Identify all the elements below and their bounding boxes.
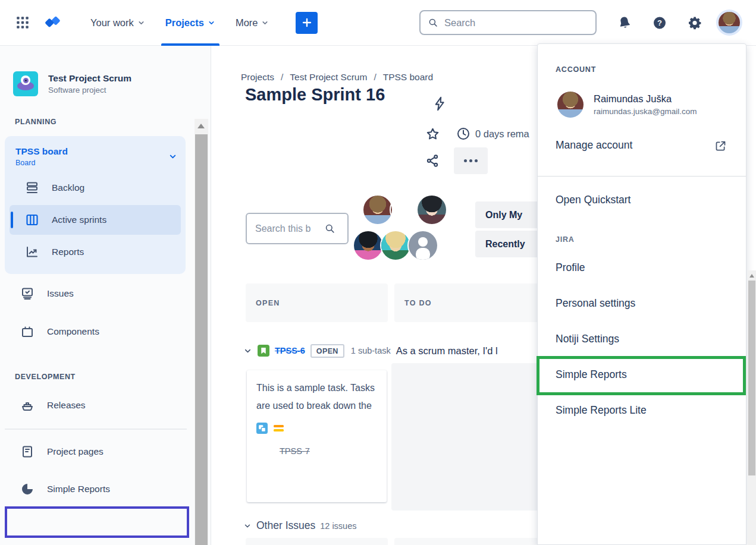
user-avatar-photo xyxy=(719,12,740,33)
sidebar-item-simple-reports[interactable]: Simple Reports xyxy=(0,474,211,504)
menu-item-notiji-settings[interactable]: Notiji Settings xyxy=(556,333,619,345)
subtask-icon xyxy=(256,423,268,434)
chevron-down-icon xyxy=(261,19,269,27)
development-section-header: DEVELOPMENT xyxy=(0,373,211,381)
card-footer: TPSS-7 xyxy=(256,443,377,459)
jira-logo-icon[interactable] xyxy=(43,14,61,31)
avatar-member-1[interactable] xyxy=(363,196,392,224)
components-icon xyxy=(20,325,34,339)
nav-projects[interactable]: Projects xyxy=(155,0,225,46)
backlog-icon xyxy=(25,181,39,195)
board-group-subtitle: Board xyxy=(15,159,68,167)
breadcrumb-project[interactable]: Test Project Scrum xyxy=(290,72,367,83)
primary-nav: Your work Projects More xyxy=(80,0,279,46)
sidebar-item-label: Project pages xyxy=(47,446,103,457)
settings-gear-icon[interactable] xyxy=(688,15,702,30)
help-icon[interactable]: ? xyxy=(653,15,667,30)
swimlane-header: TPSS-6 OPEN 1 sub-task As a scrum master… xyxy=(243,342,498,360)
notifications-bell-icon[interactable] xyxy=(616,14,633,31)
issue-card[interactable]: This is a sample task. Tasks are used to… xyxy=(247,370,387,502)
share-icon[interactable] xyxy=(425,153,440,168)
sidebar-item-label: Releases xyxy=(47,400,86,411)
board-switcher[interactable]: TPSS board Board xyxy=(5,141,186,173)
board-search-input[interactable] xyxy=(255,223,324,234)
scroll-up-arrow-icon[interactable] xyxy=(749,274,754,278)
chevron-down-icon[interactable] xyxy=(243,522,252,530)
user-avatar[interactable] xyxy=(716,10,742,36)
account-menu-panel: ACCOUNT Raimundas Juška raimundas.juska@… xyxy=(537,43,746,545)
menu-item-open-quickstart[interactable]: Open Quickstart xyxy=(556,194,630,206)
menu-item-personal-settings[interactable]: Personal settings xyxy=(556,297,635,310)
search-icon xyxy=(428,17,438,28)
breadcrumb-projects[interactable]: Projects xyxy=(241,72,274,83)
board-group: TPSS board Board Backlog Active sprints … xyxy=(5,136,186,274)
plus-icon xyxy=(300,16,313,29)
filter-label: Only My xyxy=(485,210,522,220)
sidebar-item-reports[interactable]: Reports xyxy=(5,237,186,267)
nav-your-work[interactable]: Your work xyxy=(80,0,155,46)
sprint-title: Sample Sprint 16 xyxy=(245,85,385,105)
breadcrumb-board[interactable]: TPSS board xyxy=(383,72,433,83)
sidebar-item-releases[interactable]: Releases xyxy=(0,390,211,420)
avatar-unassigned[interactable] xyxy=(409,231,437,260)
create-button[interactable] xyxy=(296,12,318,34)
issue-key-link[interactable]: TPSS-6 xyxy=(275,346,305,355)
column-area-open-next xyxy=(246,538,388,545)
menu-item-simple-reports-lite[interactable]: Simple Reports Lite xyxy=(556,404,647,417)
assignee-avatar[interactable] xyxy=(256,443,273,459)
sidebar-item-components[interactable]: Components xyxy=(0,317,211,346)
lightning-bolt-icon[interactable] xyxy=(432,96,448,112)
card-issue-key: TPSS-7 xyxy=(280,446,310,456)
sidebar-item-active-sprints[interactable]: Active sprints xyxy=(10,205,181,235)
breadcrumb-separator: / xyxy=(374,72,376,83)
scroll-up-arrow-icon[interactable] xyxy=(197,124,205,128)
external-link-icon xyxy=(714,140,727,152)
page-scrollbar-thumb[interactable] xyxy=(748,281,755,475)
sidebar-divider xyxy=(5,429,187,430)
sidebar-item-label: Issues xyxy=(47,288,74,299)
avatar-member-5[interactable] xyxy=(381,231,410,260)
status-lozenge: OPEN xyxy=(310,344,344,358)
avatar-member-4[interactable] xyxy=(354,231,382,260)
star-icon[interactable] xyxy=(425,127,440,141)
sidebar-item-label: Simple Reports xyxy=(47,484,110,494)
nav-your-work-label: Your work xyxy=(90,17,134,29)
menu-item-simple-reports[interactable]: Simple Reports xyxy=(556,368,627,381)
menu-item-manage-account[interactable]: Manage account xyxy=(556,139,632,152)
avatar-member-2[interactable] xyxy=(391,196,419,224)
app-switcher-icon[interactable] xyxy=(15,15,30,30)
sidebar-item-issues[interactable]: Issues xyxy=(0,279,211,308)
nav-more[interactable]: More xyxy=(225,0,280,46)
jira-section-header: JIRA xyxy=(556,235,575,244)
sidebar-scrollbar-thumb[interactable] xyxy=(195,134,208,545)
chevron-down-icon xyxy=(137,19,145,27)
issues-icon xyxy=(20,286,34,301)
chevron-down-icon xyxy=(168,152,177,161)
nav-more-label: More xyxy=(236,17,258,29)
clock-icon xyxy=(456,127,470,141)
board-group-title: TPSS board xyxy=(15,146,68,157)
global-search-input[interactable] xyxy=(444,17,575,29)
more-actions-button[interactable] xyxy=(454,147,488,174)
sidebar-item-project-pages[interactable]: Project pages xyxy=(0,437,211,467)
sidebar-item-label: Active sprints xyxy=(52,215,106,225)
avatar-member-3[interactable] xyxy=(418,196,446,224)
menu-divider xyxy=(538,176,746,177)
card-icons-row xyxy=(256,423,377,434)
card-summary: This is a sample task. Tasks are used to… xyxy=(256,379,377,415)
chevron-down-icon xyxy=(208,19,215,27)
filter-label: Recently xyxy=(485,239,525,250)
account-user: Raimundas Juška raimundas.juska@gmail.co… xyxy=(557,92,697,118)
sidebar-scrollbar[interactable] xyxy=(195,119,208,545)
chevron-down-icon[interactable] xyxy=(243,346,252,355)
sidebar-item-backlog[interactable]: Backlog xyxy=(5,173,186,203)
subtask-count: 1 sub-task xyxy=(351,346,391,355)
project-header[interactable]: Test Project Scrum Software project xyxy=(0,46,211,96)
global-search[interactable] xyxy=(419,10,597,35)
reports-chart-icon xyxy=(25,245,39,259)
priority-medium-icon xyxy=(274,425,284,431)
page-scrollbar[interactable] xyxy=(748,270,756,545)
column-name: OPEN xyxy=(256,299,280,307)
board-search[interactable] xyxy=(246,213,349,244)
menu-item-profile[interactable]: Profile xyxy=(556,262,585,274)
